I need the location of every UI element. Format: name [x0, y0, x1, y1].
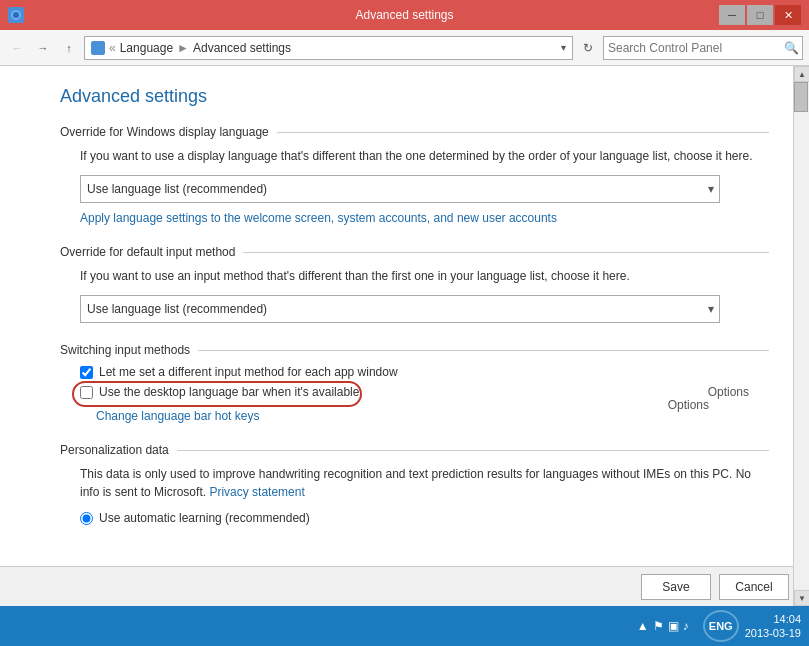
taskbar-right: ▲ ⚑ ▣ ♪ ENG 14:04 2013-03-19: [637, 610, 801, 642]
privacy-statement-link[interactable]: Privacy statement: [209, 485, 304, 499]
section-header-switching: Switching input methods: [60, 343, 769, 357]
up-button[interactable]: ↑: [58, 37, 80, 59]
tray-icon-arrow[interactable]: ▲: [637, 619, 649, 633]
dropdown-row-input: Use language list (recommended): [80, 295, 769, 323]
taskbar: ▲ ⚑ ▣ ♪ ENG 14:04 2013-03-19: [0, 606, 809, 646]
main-window: Advanced settings Override for Windows d…: [0, 66, 809, 606]
section-label-personal: Personalization data: [60, 443, 169, 457]
section-switching: Switching input methods Let me set a dif…: [60, 343, 769, 423]
scroll-down-button[interactable]: ▼: [794, 590, 809, 606]
window-controls: ─ □ ✕: [719, 5, 801, 25]
section-line-display: [277, 132, 769, 133]
minimize-button[interactable]: ─: [719, 5, 745, 25]
path-current: Advanced settings: [193, 41, 291, 55]
section-header-display: Override for Windows display language: [60, 125, 769, 139]
checkbox-different-input[interactable]: [80, 366, 93, 379]
tray-icon-volume[interactable]: ♪: [683, 619, 689, 633]
checkbox-label-1: Let me set a different input method for …: [99, 365, 398, 379]
maximize-button[interactable]: □: [747, 5, 773, 25]
personalization-text: This data is only used to improve handwr…: [80, 467, 751, 499]
clock-time: 14:04: [773, 612, 801, 626]
scrollbar[interactable]: ▲ ▼: [793, 66, 809, 606]
section-header-input: Override for default input method: [60, 245, 769, 259]
section-display-language: Override for Windows display language If…: [60, 125, 769, 225]
change-hotkeys-link[interactable]: Change language bar hot keys: [96, 409, 259, 423]
window-title: Advanced settings: [355, 8, 453, 22]
address-bar: ← → ↑ « Language ► Advanced settings ▾ ↻…: [0, 30, 809, 66]
cancel-button[interactable]: Cancel: [719, 574, 789, 600]
search-input[interactable]: [604, 41, 780, 55]
section-label-display: Override for Windows display language: [60, 125, 269, 139]
content-area: Advanced settings Override for Windows d…: [0, 66, 809, 566]
radio-row-auto: Use automatic learning (recommended): [80, 511, 769, 525]
page-title: Advanced settings: [60, 86, 769, 107]
bottom-bar: Save Cancel: [0, 566, 809, 606]
title-bar: Advanced settings ─ □ ✕: [0, 0, 809, 30]
title-bar-left: [8, 7, 24, 23]
path-language: Language: [120, 41, 173, 55]
search-icon-button[interactable]: 🔍: [780, 37, 802, 59]
close-button[interactable]: ✕: [775, 5, 801, 25]
input-method-select[interactable]: Use language list (recommended): [80, 295, 720, 323]
checkbox-desktop-langbar[interactable]: [80, 386, 93, 399]
section-desc-input: If you want to use an input method that'…: [80, 267, 769, 285]
section-line-switching: [198, 350, 769, 351]
dropdown-row-display: Use language list (recommended): [80, 175, 769, 203]
checkbox-row-1: Let me set a different input method for …: [80, 365, 769, 379]
svg-point-1: [13, 12, 19, 18]
clock-area: 14:04 2013-03-19: [745, 612, 801, 641]
refresh-button[interactable]: ↻: [577, 37, 599, 59]
select-wrapper-display: Use language list (recommended): [80, 175, 720, 203]
forward-button[interactable]: →: [32, 37, 54, 59]
path-separator: «: [109, 41, 116, 55]
section-desc-display: If you want to use a display language th…: [80, 147, 769, 165]
language-indicator[interactable]: ENG: [703, 610, 739, 642]
path-arrow: ►: [177, 41, 189, 55]
section-personalization: Personalization data This data is only u…: [60, 443, 769, 525]
clock-date: 2013-03-19: [745, 626, 801, 640]
scroll-up-button[interactable]: ▲: [794, 66, 809, 82]
section-line-input: [243, 252, 769, 253]
options-label: Options: [668, 398, 709, 412]
section-line-personal: [177, 450, 769, 451]
section-label-switching: Switching input methods: [60, 343, 190, 357]
tray-icon-network[interactable]: ▣: [668, 619, 679, 633]
scroll-thumb[interactable]: [794, 82, 808, 112]
options-link: Options: [708, 385, 749, 399]
app-icon: [8, 7, 24, 23]
section-header-personal: Personalization data: [60, 443, 769, 457]
path-dropdown-button[interactable]: ▾: [561, 42, 566, 53]
radio-auto-learning[interactable]: [80, 512, 93, 525]
system-tray: ▲ ⚑ ▣ ♪: [637, 619, 689, 633]
checkbox-label-2: Use the desktop language bar when it's a…: [99, 385, 359, 399]
tray-icon-flag[interactable]: ⚑: [653, 619, 664, 633]
address-path[interactable]: « Language ► Advanced settings ▾: [84, 36, 573, 60]
back-button[interactable]: ←: [6, 37, 28, 59]
select-wrapper-input: Use language list (recommended): [80, 295, 720, 323]
display-language-select[interactable]: Use language list (recommended): [80, 175, 720, 203]
path-icon: [91, 41, 105, 55]
section-label-input: Override for default input method: [60, 245, 235, 259]
radio-label-auto: Use automatic learning (recommended): [99, 511, 310, 525]
section-desc-personal: This data is only used to improve handwr…: [80, 465, 769, 501]
apply-language-link[interactable]: Apply language settings to the welcome s…: [80, 211, 557, 225]
search-box: 🔍: [603, 36, 803, 60]
checkbox-row-2: Use the desktop language bar when it's a…: [80, 385, 769, 399]
section-input-method: Override for default input method If you…: [60, 245, 769, 323]
save-button[interactable]: Save: [641, 574, 711, 600]
